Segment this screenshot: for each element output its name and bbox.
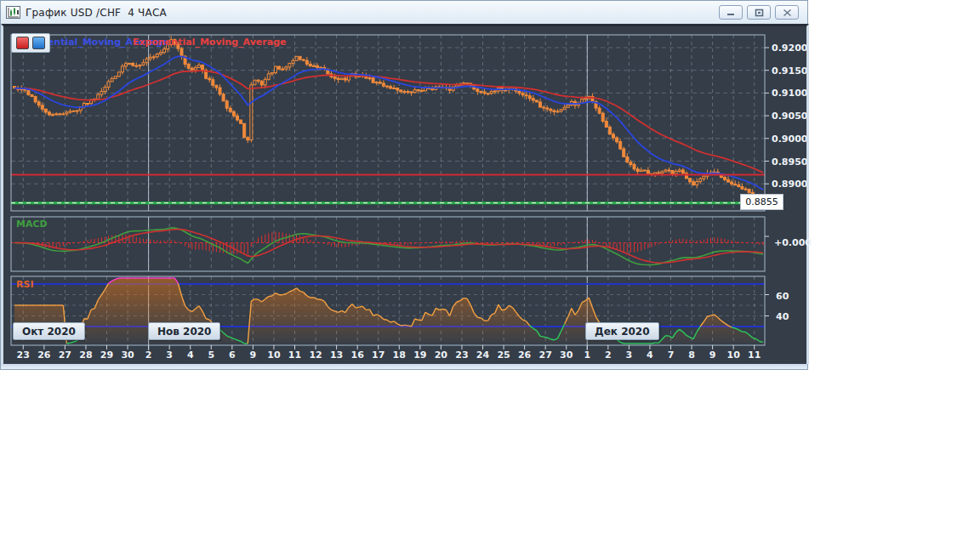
svg-text:10: 10: [727, 349, 741, 361]
svg-text:0.9100: 0.9100: [772, 88, 806, 99]
window-titlebar[interactable]: График USD /CHF 4 ЧАСА: [1, 1, 807, 24]
svg-text:0.8900: 0.8900: [772, 179, 806, 190]
svg-text:23: 23: [17, 349, 30, 361]
chart-app-icon: [6, 6, 20, 19]
svg-text:5: 5: [208, 349, 214, 361]
svg-text:25: 25: [497, 349, 510, 361]
svg-text:24: 24: [476, 349, 490, 361]
svg-text:9: 9: [250, 349, 257, 361]
svg-text:6: 6: [229, 349, 236, 361]
svg-text:30: 30: [121, 349, 134, 361]
svg-text:10: 10: [267, 349, 281, 361]
svg-text:9: 9: [709, 349, 716, 361]
svg-text:4: 4: [187, 349, 194, 361]
rsi-tick-60: 60: [776, 291, 789, 302]
svg-text:8: 8: [688, 349, 695, 361]
svg-text:30: 30: [560, 349, 573, 361]
macd-panel-label: MACD: [16, 219, 48, 230]
svg-text:3: 3: [626, 349, 633, 361]
chart-body: 0.92000.91500.91000.90500.90000.89500.89…: [1, 24, 809, 364]
window-controls: [719, 5, 802, 20]
svg-text:0.9050: 0.9050: [772, 111, 806, 122]
svg-text:29: 29: [100, 349, 113, 361]
svg-text:26: 26: [37, 349, 51, 361]
svg-text:28: 28: [79, 349, 92, 361]
svg-text:17: 17: [372, 349, 385, 361]
svg-text:11: 11: [288, 349, 301, 361]
svg-text:0.9000: 0.9000: [772, 133, 806, 145]
svg-text:11: 11: [748, 349, 761, 361]
close-button[interactable]: [775, 5, 799, 20]
window-title: График USD /CHF 4 ЧАСА: [26, 7, 167, 19]
svg-text:7: 7: [668, 349, 675, 361]
month-label-oct: Окт 2020: [13, 322, 85, 340]
red-swatch-button[interactable]: [16, 37, 29, 49]
svg-text:27: 27: [59, 349, 71, 361]
svg-text:19: 19: [413, 349, 426, 361]
minimize-button[interactable]: [719, 5, 743, 20]
svg-text:3: 3: [166, 349, 173, 361]
svg-text:0.9150: 0.9150: [772, 65, 806, 77]
svg-text:12: 12: [309, 349, 322, 361]
svg-text:0.8950: 0.8950: [772, 156, 806, 168]
chart-canvas[interactable]: 0.92000.91500.91000.90500.90000.89500.89…: [3, 26, 806, 364]
current-price-box: 0.8855: [740, 194, 783, 210]
svg-text:2: 2: [145, 349, 152, 361]
svg-text:0.9200: 0.9200: [772, 43, 806, 54]
month-label-nov: Нов 2020: [148, 322, 220, 340]
svg-text:16: 16: [351, 349, 365, 361]
rsi-tick-40: 40: [776, 311, 789, 322]
svg-text:20: 20: [435, 349, 448, 361]
desktop: График USD /CHF 4 ЧАСА 0.92000.91500.910…: [0, 0, 980, 551]
svg-text:4: 4: [647, 349, 653, 361]
maximize-button[interactable]: [747, 5, 771, 20]
svg-text:27: 27: [539, 349, 552, 361]
chart-window: График USD /CHF 4 ЧАСА 0.92000.91500.910…: [0, 0, 808, 370]
svg-text:23: 23: [455, 349, 468, 361]
svg-text:2: 2: [605, 349, 612, 361]
svg-text:18: 18: [393, 349, 406, 361]
svg-text:26: 26: [518, 349, 532, 361]
legend-ema-red: Exponential_Moving_Average: [133, 37, 286, 48]
window-bottom-edge: [1, 364, 807, 369]
rsi-panel-label: RSI: [16, 279, 34, 290]
indicator-swatches: [11, 33, 50, 53]
blue-swatch-button[interactable]: [32, 37, 45, 49]
svg-text:13: 13: [330, 349, 343, 361]
svg-text:1: 1: [584, 349, 590, 361]
month-label-dec: Дек 2020: [585, 322, 659, 340]
macd-axis-value: +0.000: [774, 237, 812, 248]
